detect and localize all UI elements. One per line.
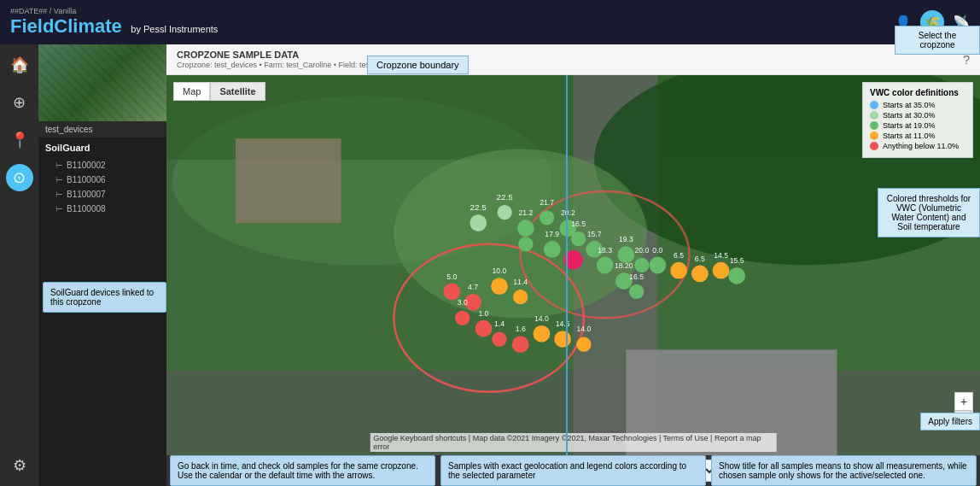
- svg-rect-6: [236, 138, 341, 223]
- go-back-annotation: Go back in time, and check old samples f…: [170, 455, 435, 486]
- vwc-label-3: Starts at 19.0%: [883, 121, 936, 130]
- svg-text:15.7: 15.7: [587, 230, 602, 238]
- svg-point-28: [597, 257, 614, 274]
- device-item[interactable]: B1100008: [38, 202, 166, 216]
- svg-text:18.3: 18.3: [598, 246, 612, 255]
- svg-point-67: [713, 262, 730, 279]
- svg-text:18.20: 18.20: [615, 261, 633, 270]
- soilguard-annotation: SoilGuard devices linked to this cropzon…: [43, 282, 166, 313]
- sidebar: 🏠 ⊕ 📍 ⊙ ⚙: [0, 44, 38, 486]
- samples-text: Samples with exact geolocation and legen…: [448, 461, 686, 480]
- svg-point-57: [554, 331, 571, 348]
- bottom-annotations-container: Go back in time, and check old samples f…: [166, 455, 980, 486]
- svg-text:3.0: 3.0: [458, 298, 468, 307]
- brand-name: FieldClimate by Pessl Instruments: [10, 15, 218, 38]
- cropzone-boundary-line: [566, 75, 568, 455]
- svg-text:14.5: 14.5: [714, 251, 728, 260]
- svg-text:21.7: 21.7: [540, 198, 554, 207]
- map-background: 22.5 22.5 21.2 21.7 20.2 17.9 16.5 15.7: [166, 75, 980, 455]
- map-svg: 22.5 22.5 21.2 21.7 20.2 17.9 16.5 15.7: [166, 75, 980, 455]
- svg-text:5.0: 5.0: [446, 272, 457, 281]
- header: ##DATE## / Vanilla FieldClimate by Pessl…: [0, 0, 980, 44]
- content-area: CROPZONE SAMPLE DATA Cropzone: test_devi…: [166, 44, 980, 486]
- farm-thumbnail: [38, 44, 166, 121]
- vwc-legend-item-5: Anything below 11.0%: [870, 142, 965, 150]
- svg-text:16.5: 16.5: [629, 272, 644, 281]
- sidebar-sensor[interactable]: ⊙: [6, 164, 33, 191]
- svg-text:14.0: 14.0: [576, 325, 591, 333]
- svg-point-24: [571, 231, 586, 246]
- svg-point-47: [492, 331, 506, 346]
- left-panel: test_devices SoilGuard B1100002 B1100006…: [38, 44, 166, 486]
- svg-text:19.3: 19.3: [619, 235, 633, 243]
- svg-point-30: [617, 246, 634, 263]
- google-attribution: Google: [373, 434, 398, 442]
- soilguard-text: SoilGuard devices linked to this cropzon…: [50, 288, 154, 307]
- vwc-legend-title: VWC color definitions: [870, 88, 965, 97]
- tab-map[interactable]: Map: [173, 82, 210, 101]
- vwc-label-2: Starts at 30.0%: [883, 111, 936, 120]
- show-title-annotation: Show title for all samples means to show…: [711, 455, 977, 486]
- svg-point-69: [728, 267, 745, 284]
- vwc-dot-blue: [870, 101, 878, 109]
- svg-point-39: [443, 284, 460, 301]
- map-attribution: Google Keyboard shortcuts | Map data ©20…: [370, 433, 777, 452]
- vwc-dot-lightgreen: [870, 111, 878, 120]
- vwc-label-4: Starts at 11.0%: [883, 132, 936, 140]
- svg-point-11: [470, 214, 487, 231]
- svg-point-17: [540, 210, 554, 225]
- svg-text:0.0: 0.0: [652, 246, 662, 255]
- svg-point-51: [491, 278, 508, 295]
- logo: ##DATE## / Vanilla FieldClimate by Pessl…: [10, 7, 218, 38]
- svg-text:4.7: 4.7: [468, 283, 478, 291]
- svg-text:6.5: 6.5: [695, 255, 705, 263]
- svg-text:14.5: 14.5: [556, 319, 570, 328]
- apply-filters-annotation: Apply filters: [920, 413, 980, 430]
- map-container: 22.5 22.5 21.2 21.7 20.2 17.9 16.5 15.7: [166, 75, 980, 455]
- device-label: test_devices: [38, 121, 166, 138]
- svg-point-49: [512, 336, 529, 353]
- main-layout: 🏠 ⊕ 📍 ⊙ ⚙ test_devices SoilGuard B110000…: [0, 44, 980, 486]
- tab-satellite[interactable]: Satellite: [210, 82, 265, 101]
- brand-text: FieldClimate: [10, 15, 122, 37]
- svg-text:10.0: 10.0: [493, 266, 507, 275]
- svg-text:22.5: 22.5: [470, 202, 487, 212]
- device-item[interactable]: B1100007: [38, 187, 166, 202]
- go-back-text: Go back in time, and check old samples f…: [178, 461, 418, 480]
- svg-point-13: [498, 205, 512, 220]
- vwc-label-1: Starts at 35.0%: [883, 101, 936, 109]
- svg-text:20.0: 20.0: [634, 246, 649, 255]
- svg-point-32: [634, 258, 649, 272]
- zoom-in[interactable]: +: [954, 392, 973, 411]
- thresholds-text: Colored thresholds for VWC (Volumetric W…: [887, 194, 971, 231]
- svg-text:1.6: 1.6: [516, 325, 526, 333]
- vwc-label-5: Anything below 11.0%: [883, 142, 959, 150]
- svg-point-63: [670, 262, 687, 279]
- svg-point-45: [475, 320, 493, 337]
- device-item[interactable]: B1100002: [38, 158, 166, 173]
- vwc-dot-red: [870, 142, 878, 150]
- sidebar-settings[interactable]: ⚙: [6, 452, 33, 479]
- svg-text:1.4: 1.4: [494, 319, 505, 328]
- svg-point-53: [513, 290, 528, 304]
- svg-text:6.5: 6.5: [674, 251, 684, 260]
- svg-text:14.0: 14.0: [534, 314, 549, 323]
- vwc-legend-item-3: Starts at 19.0%: [870, 121, 965, 130]
- sidebar-home[interactable]: 🏠: [6, 51, 33, 79]
- svg-text:22.5: 22.5: [497, 192, 514, 202]
- svg-text:15.5: 15.5: [730, 256, 744, 265]
- sidebar-location[interactable]: 📍: [6, 126, 33, 154]
- cropzone-boundary-text: Cropzone boundary: [376, 60, 459, 70]
- soilguard-title: SoilGuard: [38, 138, 166, 158]
- vwc-legend-item-1: Starts at 35.0%: [870, 101, 965, 109]
- select-cropzone-text: Select the cropzone: [919, 31, 956, 50]
- sidebar-layers[interactable]: ⊕: [6, 89, 33, 116]
- svg-text:20.2: 20.2: [561, 208, 575, 217]
- vwc-dot-green: [870, 121, 878, 130]
- device-item[interactable]: B1100006: [38, 173, 166, 187]
- svg-text:1.0: 1.0: [478, 309, 488, 318]
- svg-point-15: [517, 220, 534, 237]
- svg-point-65: [691, 266, 709, 283]
- map-tabs: Map Satellite: [173, 82, 265, 101]
- apply-filters-text: Apply filters: [928, 417, 972, 426]
